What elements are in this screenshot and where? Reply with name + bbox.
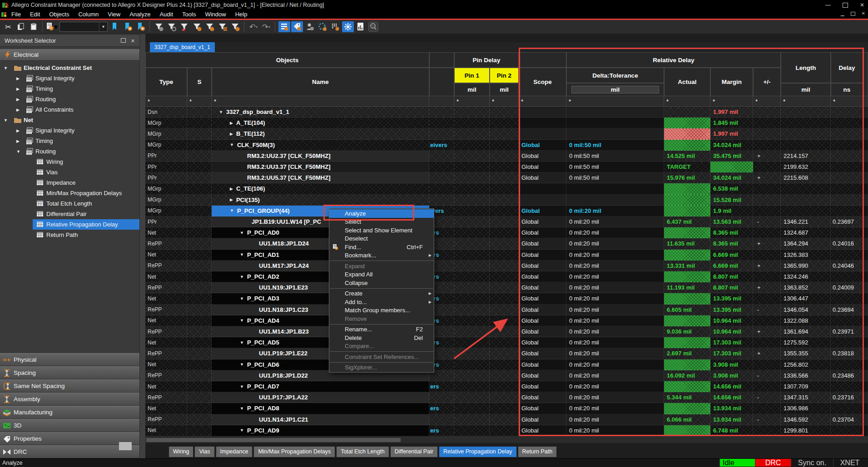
cell-margin[interactable]: 8.807 mil (710, 271, 753, 282)
cell-margin[interactable]: 8.365 mil (710, 238, 753, 249)
cell-scope[interactable]: Global (519, 305, 566, 315)
cell-actual[interactable]: 5.344 mil (664, 392, 710, 403)
cell-s[interactable] (187, 326, 212, 337)
close-button[interactable]: ✕ (860, 2, 864, 8)
cell-s[interactable] (187, 118, 212, 128)
bottom-tab-min-max-propagation-delays[interactable]: Min/Max Propagation Delays (254, 447, 335, 457)
cell-name[interactable]: ▼P_PCI_AD8 (212, 403, 429, 414)
cell-pin1[interactable] (454, 403, 490, 414)
cell-actual[interactable] (664, 140, 710, 151)
bottom-tab-relative-propagation-delay[interactable]: Relative Propagation Delay (439, 447, 516, 457)
bottom-tab-differential-pair[interactable]: Differential Pair (391, 447, 437, 457)
cell-length[interactable]: 1347.315 (781, 392, 831, 403)
expand-arrow-icon[interactable]: ▶ (230, 187, 233, 191)
cell-plus-minus[interactable] (753, 183, 781, 194)
menu-item-select-and-show-element[interactable]: Select and Show Element (329, 226, 434, 235)
cell-scope[interactable] (519, 128, 566, 139)
cell-s[interactable] (187, 337, 212, 348)
cell-length[interactable]: 1307.709 (781, 381, 831, 392)
analyze-sun-icon[interactable] (342, 21, 354, 32)
cell-length[interactable]: 1363.852 (781, 282, 831, 293)
cell-delta-tolerance[interactable]: 0 mil:20 mil (566, 370, 664, 381)
tree-item-min-max-propagation-delays[interactable]: Min/Max Propagation Delays (0, 188, 139, 198)
cell-actual[interactable]: 15.976 mil (664, 172, 710, 183)
cell-type[interactable]: Net (145, 271, 187, 282)
collapse-arrow-icon[interactable]: ▼ (240, 275, 244, 279)
cell-pin2[interactable] (490, 305, 519, 315)
collapse-arrow-icon[interactable]: ▼ (16, 149, 20, 154)
cell-margin[interactable]: 17.303 mil (710, 337, 753, 348)
cell-scope[interactable]: Global (519, 392, 566, 403)
cell-plus-minus[interactable] (753, 118, 781, 128)
cell-s[interactable] (187, 414, 212, 425)
tree-item-signal-integrity[interactable]: ▶Signal Integrity (0, 125, 139, 136)
cell-s[interactable] (187, 140, 212, 151)
filter-cell-type[interactable]: * (145, 96, 187, 107)
cell-pin2[interactable] (490, 162, 519, 172)
cell-delta-tolerance[interactable]: 0 mil:50 mil (566, 140, 664, 151)
minimize-button[interactable]: — (825, 2, 831, 8)
category-same-net-spacing[interactable]: Same Net Spacing (0, 379, 139, 393)
cell-scope[interactable]: Global (519, 216, 566, 227)
category-manufacturing[interactable]: Manufacturing (0, 406, 139, 419)
bottom-tab-total-etch-length[interactable]: Total Etch Length (337, 447, 389, 457)
cell-actual[interactable] (664, 195, 710, 206)
menu-item-create[interactable]: Create▶ (329, 290, 434, 298)
cell-delay[interactable] (831, 206, 863, 216)
cell-length[interactable]: 2215.608 (781, 172, 831, 183)
cell-driver-receiver[interactable] (429, 414, 454, 425)
cell-plus-minus[interactable]: - (753, 414, 781, 425)
cell-pin2[interactable] (490, 261, 519, 271)
cell-length[interactable]: 1346.054 (781, 305, 831, 315)
cell-pin1[interactable] (454, 381, 490, 392)
cell-plus-minus[interactable]: - (753, 216, 781, 227)
cell-pin2[interactable] (490, 107, 519, 118)
cell-margin[interactable]: 6.669 mil (710, 250, 753, 261)
collapse-arrow-icon[interactable]: ▼ (230, 143, 234, 147)
cell-pin1[interactable] (454, 326, 490, 337)
cell-type[interactable]: Net (145, 315, 187, 326)
collapse-arrow-icon[interactable]: ▼ (230, 208, 234, 213)
header-pin1[interactable]: Pin 1 (454, 68, 490, 83)
bottom-tab-return-path[interactable]: Return Path (518, 447, 557, 457)
cell-delta-tolerance[interactable] (566, 107, 664, 118)
cell-plus-minus[interactable]: - (753, 370, 781, 381)
cell-pin1[interactable] (454, 151, 490, 162)
cell-actual[interactable] (664, 206, 710, 216)
cell-delay[interactable] (831, 172, 863, 183)
cell-type[interactable]: RePP (145, 414, 187, 425)
menu-item-deselect[interactable]: Deselect (329, 235, 434, 243)
cell-delta-tolerance[interactable] (566, 118, 664, 128)
filter-cell-pm[interactable]: * (753, 96, 781, 107)
cell-type[interactable]: RePP (145, 282, 187, 293)
cell-delay[interactable] (831, 315, 863, 326)
doc-search-icon[interactable]: ▾ (46, 21, 58, 32)
cell-pin1[interactable] (454, 293, 490, 304)
cell-delta-tolerance[interactable]: 0 mil:20 mil (566, 282, 664, 293)
cell-pin1[interactable] (454, 337, 490, 348)
tree-item-total-etch-length[interactable]: Total Etch Length (0, 198, 139, 209)
cell-s[interactable] (187, 151, 212, 162)
cell-s[interactable] (187, 370, 212, 381)
cell-delta-tolerance[interactable] (566, 183, 664, 194)
header-actual[interactable]: Actual (664, 68, 710, 96)
cell-delta-tolerance[interactable]: 0 mil:20 mil (566, 216, 664, 227)
cell-name[interactable]: ▼P_PCI_AD9 (212, 425, 429, 436)
category-spacing[interactable]: Spacing (0, 366, 139, 379)
cell-margin[interactable]: 13.934 mil (710, 403, 753, 414)
tree-item-differential-pair[interactable]: Differential Pair (0, 209, 139, 219)
cell-actual[interactable] (664, 250, 710, 261)
cell-length[interactable]: 1275.592 (781, 337, 831, 348)
expand-arrow-icon[interactable]: ▶ (230, 132, 233, 136)
cell-scope[interactable]: Global (519, 250, 566, 261)
cell-s[interactable] (187, 216, 212, 227)
collapse-arrow-icon[interactable]: ▼ (240, 362, 244, 367)
filter-flag-icon[interactable] (191, 21, 203, 32)
cell-driver-receiver[interactable] (429, 195, 454, 206)
header-pm[interactable]: +/- (753, 68, 781, 96)
menu-item-remove[interactable]: Remove (329, 315, 434, 323)
tree-item-timing[interactable]: ▶Timing (0, 136, 139, 146)
cell-delay[interactable]: 0.24046 (831, 261, 863, 271)
close-panel-icon[interactable]: ✕ (131, 38, 135, 44)
cell-type[interactable]: Net (145, 227, 187, 238)
